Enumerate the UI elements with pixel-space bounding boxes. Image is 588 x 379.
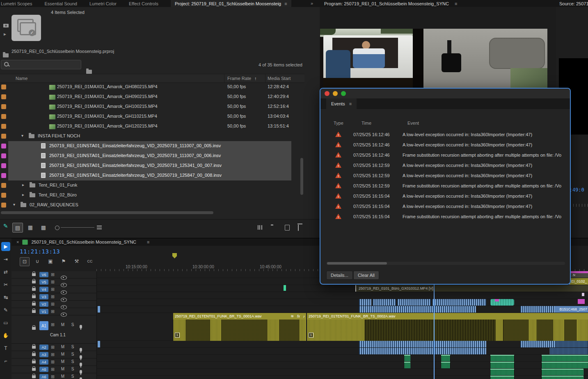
lock-icon[interactable]	[32, 303, 36, 306]
col-frame-rate[interactable]: Frame Rate	[227, 76, 251, 81]
events-panel-menu-icon[interactable]: ≡	[349, 101, 352, 106]
audio-track-header-a2[interactable]: A2⊞MS	[11, 344, 96, 351]
twirl-icon[interactable]: ▸	[22, 183, 24, 187]
timeline-clip[interactable]	[582, 293, 584, 296]
col-media-start[interactable]: Media Start	[268, 76, 291, 81]
audio-track-header-a1[interactable]: A1⊞MSCam 1.1	[11, 315, 96, 344]
slip-tool[interactable]: ↹	[1, 293, 10, 302]
solo-button[interactable]: S	[70, 359, 76, 364]
project-bin-row[interactable]: ▸Tent_REI_02_Büro	[0, 190, 304, 200]
search-input[interactable]	[1, 60, 81, 69]
sync-lock-icon[interactable]: ⊞	[51, 352, 55, 357]
tab-overflow-icon[interactable]: »	[311, 1, 313, 6]
event-row[interactable]: 07/25/25 16:15:04A low-level exception o…	[320, 201, 569, 212]
readonly-toggle-icon[interactable]: ✎	[3, 223, 8, 229]
project-vscrollbar[interactable]	[300, 158, 303, 195]
type-tool[interactable]: T	[1, 344, 10, 353]
window-titlebar[interactable]	[320, 89, 570, 98]
audio-track-header-a5[interactable]: A5⊞MS	[11, 366, 96, 373]
timeline-clip[interactable]	[542, 376, 583, 379]
mute-button[interactable]: M	[60, 374, 66, 379]
video-track-header-v4[interactable]: V4⊞	[11, 286, 96, 293]
label-color-chip[interactable]	[1, 144, 6, 148]
lock-icon[interactable]	[32, 346, 36, 349]
timeline-clip[interactable]	[359, 341, 486, 347]
timeline-clip[interactable]	[542, 355, 588, 361]
razor-tool[interactable]: ✂	[1, 280, 10, 289]
solo-button[interactable]: S	[70, 345, 76, 349]
label-color-chip[interactable]	[1, 124, 6, 129]
snap-icon[interactable]: ∪	[33, 257, 42, 265]
poster-frame-icon[interactable]	[3, 24, 9, 27]
mic-icon[interactable]	[80, 377, 82, 379]
minimize-window-button[interactable]	[333, 91, 338, 96]
sync-lock-icon[interactable]: ⊞	[51, 286, 55, 292]
event-row[interactable]: 07/25/25 16:12:59A low-level exception o…	[320, 160, 569, 171]
nest-toggle-icon[interactable]: ⊡	[20, 257, 30, 266]
timeline-clip[interactable]	[397, 299, 431, 306]
track-chip[interactable]: V1	[39, 309, 48, 314]
playhead-timecode[interactable]: 11:21:13:13	[20, 248, 60, 255]
event-row[interactable]: 07/25/25 16:12:46A low-level exception o…	[320, 140, 569, 150]
label-color-chip[interactable]	[1, 84, 6, 89]
event-row[interactable]: 07/25/25 16:12:59Frame substitution recu…	[320, 181, 569, 191]
tab-essential-sound[interactable]: Essential Sound	[44, 1, 77, 6]
tab-sequence[interactable]: 250719_REI_01_Schlüsselbein Moosensteig_…	[31, 240, 136, 244]
label-color-chip[interactable]	[1, 193, 6, 198]
timeline-clip[interactable]	[490, 355, 514, 361]
linked-selection-icon[interactable]: ▣	[46, 257, 55, 265]
video-track-header-v5[interactable]: V5⊞	[11, 279, 96, 286]
label-color-chip[interactable]	[1, 104, 6, 109]
timeline-clip[interactable]	[490, 362, 514, 368]
timeline-clip[interactable]	[404, 362, 410, 368]
track-chip[interactable]: A4	[39, 359, 48, 365]
tab-source[interactable]: Source: 250719	[559, 1, 588, 6]
label-color-chip[interactable]	[1, 153, 6, 158]
timeline-clip[interactable]	[441, 355, 450, 361]
preview-play-icon[interactable]: ▸	[4, 31, 6, 37]
timeline-clip[interactable]	[542, 369, 583, 375]
timeline-clip[interactable]	[284, 285, 286, 291]
project-clip-row[interactable]: 250719_REI_01MAX01_Amarok_GH090215.MP450…	[0, 92, 304, 102]
track-chip[interactable]: A3	[39, 352, 48, 357]
search-bin-icon[interactable]	[86, 70, 92, 74]
lock-icon[interactable]	[32, 375, 36, 378]
event-row[interactable]: 07/25/25 16:15:04Frame substitution recu…	[320, 212, 569, 222]
event-row[interactable]: 07/25/25 16:12:59A low-level exception o…	[320, 171, 569, 181]
lock-icon[interactable]	[32, 273, 36, 276]
label-color-chip[interactable]	[1, 183, 6, 188]
new-item-icon[interactable]	[285, 225, 290, 231]
mute-button[interactable]: M	[60, 359, 66, 364]
lock-icon[interactable]	[32, 295, 36, 298]
timeline-clip[interactable]: EI_0102_	[570, 278, 588, 285]
pen-tool[interactable]: ✎	[1, 306, 10, 315]
timeline-clip[interactable]	[98, 306, 100, 313]
track-chip[interactable]: V3	[39, 294, 48, 299]
timeline-clip[interactable]	[359, 299, 371, 306]
add-marker-icon[interactable]: ⚑	[59, 257, 68, 265]
audio-clip-funk-0001[interactable]: 250719_REI_01TENT01_FUNK_BR_TS_0001A.wav…	[173, 313, 306, 341]
timeline-clip[interactable]	[404, 355, 410, 361]
sync-lock-icon[interactable]: ⊞	[51, 344, 55, 350]
twirl-icon[interactable]: ▸	[22, 192, 24, 197]
track-chip[interactable]: A6	[39, 374, 48, 379]
ripple-edit-tool[interactable]: ⇄	[1, 267, 10, 276]
timeline-clip[interactable]	[373, 299, 396, 306]
track-chip[interactable]: A2	[39, 345, 48, 350]
solo-button[interactable]: S	[70, 374, 76, 379]
project-clip-row[interactable]: 250719_REI_01MAX01_Amarok_GH110215.MP450…	[0, 112, 304, 121]
track-chip[interactable]: V6	[39, 272, 48, 277]
solo-button[interactable]: S	[70, 367, 76, 371]
timeline-clip[interactable]	[490, 369, 514, 375]
lock-icon[interactable]	[32, 368, 36, 371]
clear-all-button[interactable]: Clear All	[353, 271, 379, 280]
event-row[interactable]: 07/25/25 16:12:46Frame substitution recu…	[320, 150, 569, 160]
sync-lock-icon[interactable]: ⊞	[51, 359, 55, 365]
timeline-clip[interactable]	[98, 341, 100, 347]
timeline-clip[interactable]	[550, 348, 588, 354]
project-clip-row[interactable]: 250719_REI_01INSTA01_Einsatzleiterfahrze…	[0, 141, 304, 151]
timeline-clip[interactable]	[542, 362, 588, 368]
project-file-name[interactable]: 250719_REI_01_Schlüsselbein Moosensteig.…	[11, 49, 114, 54]
timeline-clip[interactable]: fx	[570, 271, 588, 278]
sync-lock-icon[interactable]: ⊞	[51, 279, 55, 285]
